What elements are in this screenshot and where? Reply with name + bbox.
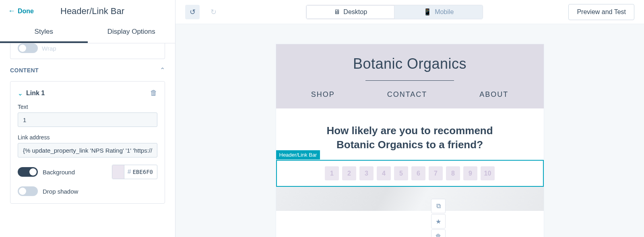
- link-address-input[interactable]: [18, 143, 157, 157]
- nav-contact[interactable]: CONTACT: [387, 90, 427, 99]
- done-button[interactable]: ← Done: [8, 7, 34, 15]
- brand-name: Botanic Organics: [284, 55, 536, 72]
- star-icon: ★: [436, 218, 441, 225]
- drop-shadow-label: Drop shadow: [43, 188, 157, 195]
- question-line2: Botanic Organics to a friend?: [336, 139, 483, 151]
- clone-icon: ⧉: [436, 202, 441, 210]
- preview-and-test-button[interactable]: Preview and Test: [568, 4, 634, 20]
- email-header[interactable]: Botanic Organics SHOP CONTACT ABOUT: [276, 44, 544, 108]
- block-selection-label: Header/Link Bar: [276, 150, 320, 159]
- question-line1: How likely are you to recommend: [326, 125, 493, 137]
- text-field-label: Text: [18, 104, 157, 110]
- block-tools: ⧉ ★ 🗑: [431, 199, 446, 237]
- divider: [365, 80, 454, 81]
- wrap-toggle[interactable]: [18, 43, 38, 53]
- undo-icon: ↺: [190, 8, 196, 16]
- nps-button-3[interactable]: 3: [359, 166, 374, 180]
- header-link-bar-block[interactable]: Header/Link Bar 1 2 3 4 5 6 7 8 9 10: [276, 160, 544, 187]
- editor-panel: ← Done Header/Link Bar Styles Display Op…: [0, 0, 175, 237]
- device-mobile-tab[interactable]: 📱 Mobile: [394, 5, 483, 19]
- redo-button[interactable]: ↻: [206, 5, 221, 19]
- nps-button-6[interactable]: 6: [411, 166, 425, 180]
- mobile-label: Mobile: [435, 8, 454, 16]
- link-address-label: Link address: [18, 134, 157, 141]
- link-text-input[interactable]: [18, 112, 157, 127]
- done-label: Done: [18, 8, 34, 15]
- content-section-header[interactable]: CONTENT ⌃: [10, 66, 165, 74]
- chevron-up-icon: ⌃: [160, 66, 165, 74]
- nps-button-4[interactable]: 4: [377, 166, 391, 180]
- device-desktop-tab[interactable]: 🖥 Desktop: [306, 5, 394, 19]
- link1-title: Link 1: [26, 90, 147, 97]
- nps-button-10[interactable]: 10: [481, 166, 495, 180]
- nps-button-7[interactable]: 7: [429, 166, 443, 180]
- mobile-icon: 📱: [423, 8, 431, 16]
- background-toggle[interactable]: [18, 167, 38, 177]
- image-block[interactable]: [276, 187, 544, 211]
- email-canvas: Botanic Organics SHOP CONTACT ABOUT How …: [276, 44, 544, 237]
- wrap-option-row: Wrap: [10, 43, 165, 59]
- trash-icon: 🗑: [435, 233, 442, 237]
- nps-button-5[interactable]: 5: [394, 166, 408, 180]
- link1-card: ⌃ Link 1 🗑 Text Link address Background …: [10, 81, 165, 204]
- color-swatch: [112, 165, 124, 179]
- clone-button[interactable]: ⧉: [431, 199, 446, 213]
- redo-icon: ↻: [211, 8, 217, 16]
- nps-button-1[interactable]: 1: [325, 166, 339, 180]
- color-hex-value: EBE6F0: [132, 169, 157, 175]
- favorite-button[interactable]: ★: [431, 214, 446, 229]
- undo-button[interactable]: ↺: [185, 5, 200, 19]
- tab-styles[interactable]: Styles: [0, 22, 88, 43]
- panel-title: Header/Link Bar: [34, 6, 167, 16]
- header-nav: SHOP CONTACT ABOUT: [284, 90, 536, 99]
- nav-shop[interactable]: SHOP: [311, 90, 335, 99]
- hash-symbol: #: [124, 168, 133, 176]
- nav-about[interactable]: ABOUT: [479, 90, 508, 99]
- desktop-icon: 🖥: [334, 8, 340, 16]
- chevron-down-icon[interactable]: ⌃: [18, 89, 23, 97]
- drop-shadow-toggle[interactable]: [18, 186, 38, 196]
- background-color-picker[interactable]: # EBE6F0: [112, 165, 157, 179]
- tab-display-options[interactable]: Display Options: [88, 22, 175, 43]
- background-label: Background: [43, 169, 107, 176]
- nps-button-2[interactable]: 2: [342, 166, 356, 180]
- preview-area: ↺ ↻ 🖥 Desktop 📱 Mobile Preview and Test …: [175, 0, 644, 237]
- delete-button[interactable]: 🗑: [431, 229, 446, 237]
- arrow-left-icon: ←: [8, 7, 15, 15]
- wrap-label: Wrap: [42, 45, 56, 52]
- content-section-title: CONTENT: [10, 67, 39, 74]
- nps-button-8[interactable]: 8: [446, 166, 460, 180]
- desktop-label: Desktop: [343, 8, 367, 16]
- nps-button-9[interactable]: 9: [463, 166, 477, 180]
- trash-icon[interactable]: 🗑: [150, 89, 157, 97]
